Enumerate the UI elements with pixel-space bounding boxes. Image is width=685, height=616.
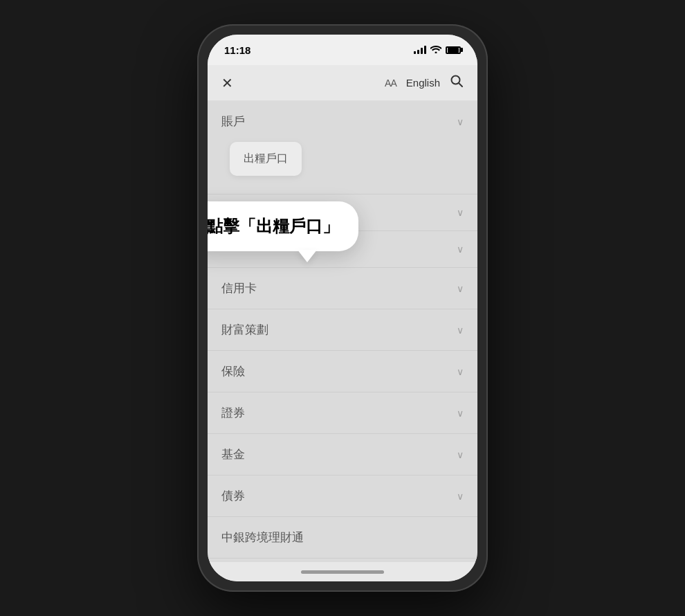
chevron-icon-securities: ∨	[457, 408, 464, 419]
home-bar	[301, 570, 384, 574]
menu-item-insurance[interactable]: 保險 ∨	[208, 351, 477, 392]
menu-item-label-account: 賬戶	[221, 114, 245, 129]
search-button[interactable]	[450, 74, 464, 91]
menu-content: 點擊「出糧戶口」 賬戶 ∨ 出糧戶口	[208, 101, 477, 562]
menu-item-funds[interactable]: 基金 ∨	[208, 434, 477, 475]
battery-icon	[446, 46, 461, 54]
sub-item-popup[interactable]: 出糧戶口	[230, 142, 302, 176]
signal-icon	[414, 46, 426, 54]
chevron-icon-empty1: ∨	[457, 207, 464, 218]
status-icons	[414, 45, 461, 55]
language-button[interactable]: English	[406, 77, 440, 89]
status-time: 11:18	[224, 44, 250, 56]
tooltip-bubble: 點擊「出糧戶口」	[208, 201, 358, 251]
menu-item-cross-border[interactable]: 中銀跨境理財通	[208, 517, 477, 559]
chevron-icon-funds: ∨	[457, 449, 464, 460]
header-controls: AA English	[385, 74, 464, 91]
app-header: ✕ AA English	[208, 65, 477, 101]
phone-frame: 11:18	[197, 24, 488, 592]
tooltip-tail	[298, 250, 317, 262]
menu-item-label-credit-card: 信用卡	[221, 280, 257, 296]
chevron-icon-credit-card: ∨	[457, 283, 464, 294]
menu-item-account[interactable]: 賬戶 ∨ 出糧戶口	[208, 101, 477, 194]
close-button[interactable]: ✕	[221, 75, 233, 91]
menu-item-securities[interactable]: 證券 ∨	[208, 392, 477, 434]
chevron-down-icon: ∨	[457, 116, 464, 127]
menu-item-label-bonds: 債券	[221, 488, 245, 504]
menu-item-bonds[interactable]: 債券 ∨	[208, 475, 477, 517]
svg-line-1	[459, 83, 462, 87]
font-size-button[interactable]: AA	[385, 78, 396, 89]
sub-item-container: 出糧戶口	[208, 142, 477, 194]
chevron-icon-insurance: ∨	[457, 366, 464, 377]
menu-item-label-cross-border: 中銀跨境理財通	[221, 529, 304, 545]
menu-list: 賬戶 ∨ 出糧戶口 ∨	[208, 101, 477, 562]
menu-item-wealth[interactable]: 財富策劃 ∨	[208, 309, 477, 351]
menu-item-label-insurance: 保險	[221, 363, 245, 379]
chevron-icon-bonds: ∨	[457, 491, 464, 502]
chevron-icon-empty2: ∨	[457, 244, 464, 255]
menu-item-mortgage[interactable]: 按揭 ∨	[208, 559, 477, 562]
wifi-icon	[430, 45, 441, 55]
menu-item-label-funds: 基金	[221, 446, 245, 462]
tooltip-overlay: 點擊「出糧戶口」	[208, 201, 358, 251]
home-indicator	[208, 562, 477, 581]
menu-item-label-securities: 證券	[221, 405, 245, 421]
menu-item-label-wealth: 財富策劃	[221, 322, 268, 338]
chevron-icon-wealth: ∨	[457, 325, 464, 336]
menu-item-account-header[interactable]: 賬戶 ∨	[208, 101, 477, 142]
status-bar: 11:18	[208, 35, 477, 65]
menu-item-credit-card[interactable]: 信用卡 ∨	[208, 268, 477, 309]
tooltip-text: 點擊「出糧戶口」	[208, 217, 339, 235]
sub-item-label: 出糧戶口	[244, 152, 288, 164]
phone-screen: 11:18	[208, 35, 477, 581]
